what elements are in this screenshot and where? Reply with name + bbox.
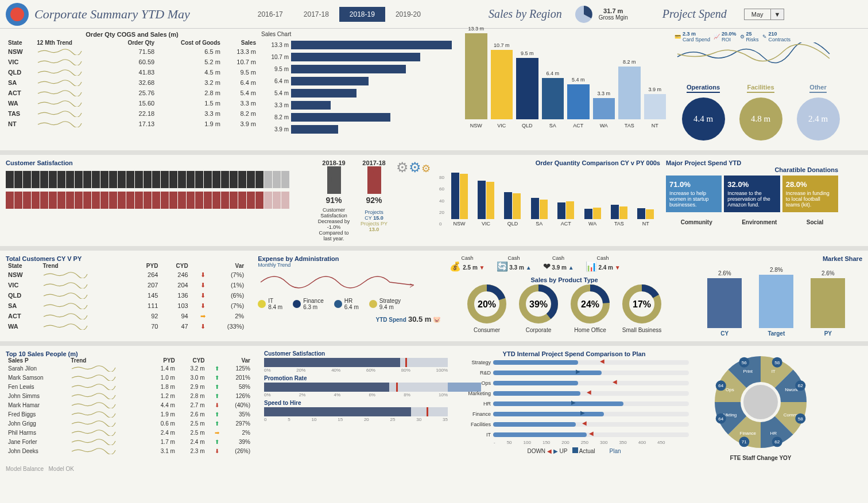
person-icon <box>83 192 91 209</box>
table-row: Mark Samson1.0 m3.0 m⬆201% <box>6 373 253 382</box>
expense-title: Expense by Administration <box>258 255 441 262</box>
svg-text:58: 58 <box>774 360 780 365</box>
year-tab[interactable]: 2019-20 <box>385 7 431 22</box>
person-icon <box>118 192 126 209</box>
expense-sparkline <box>258 268 418 297</box>
donations-panel: Major Project Spend YTD Charatible Donat… <box>666 159 838 225</box>
table-row: NSW71.586.5 m13.3 m <box>6 46 258 57</box>
year-tab[interactable]: 2017-18 <box>293 7 339 22</box>
person-icon <box>83 171 91 188</box>
person-icon <box>178 192 186 209</box>
year-tab-active[interactable]: 2018-19 <box>339 7 385 22</box>
cash-kpi: Cash📊 2.4 m ▼ <box>586 255 621 272</box>
column: 3.3 mWA <box>593 91 615 128</box>
csat-py-pct: 92% <box>366 196 382 205</box>
salespeople-table: Top 10 Sales People (m) Sales P Trend PY… <box>6 350 253 455</box>
person-icon <box>273 171 281 188</box>
year-tab[interactable]: 2016-17 <box>247 7 293 22</box>
column: 10.7 mVIC <box>491 42 513 128</box>
project-plan-chart: YTD Internal Project Spend Comparison to… <box>459 350 689 454</box>
person-icon <box>178 171 186 188</box>
sales-chart-label: Sales Chart <box>261 31 456 37</box>
project-circle: Other2.4 m <box>797 84 840 141</box>
table-row: John Deeks3.1 m2.3 m⬇(26%) <box>6 446 253 455</box>
person-icon <box>264 171 272 188</box>
contracts-kpi: ✎210Contracts <box>762 31 791 42</box>
donation-card: 71.0%Increase to help women in startup b… <box>666 176 722 212</box>
person-icon <box>281 192 289 209</box>
project-circle: Facilities4.8 m <box>739 84 782 141</box>
product-type-panel: Cash💰 2.5 m ▼Cash🔄 3.3 m ▲Cash❤ 3.9 m ▲C… <box>450 255 679 333</box>
person-icon <box>255 192 264 209</box>
page-title: Corporate Summary YTD May <box>34 7 190 22</box>
grouped-column: WA <box>581 167 604 227</box>
gear-chart: IT58Nwork62Comms58HR62Finance71Mkting64O… <box>709 350 812 454</box>
plan-row: Strategy◀ <box>459 357 689 368</box>
project-spend-title: Project Spend <box>662 7 727 21</box>
table-row: QLD145136⬇(6%) <box>6 290 246 301</box>
table-row: Sarah Jilon1.4 m3.2 m⬆125% <box>6 364 253 373</box>
csat-title: Customer Satisfaction <box>6 159 310 166</box>
svg-text:24%: 24% <box>581 299 599 309</box>
orderqty-title: Order Quantity Comparison CY v PY 000s <box>436 159 660 166</box>
ms-bar: 2.6%CY <box>707 270 742 337</box>
sales-hbar-chart: Sales Chart 13.3 m10.7 m9.5 m6.4 m5.4 m3… <box>261 31 456 135</box>
table-row: Jane Forler1.7 m2.4 m⬆39% <box>6 437 253 446</box>
person-icon <box>238 192 246 209</box>
donation-card: 28.0%Increase in funding to local footba… <box>782 176 838 212</box>
donut-chart: 17%Small Business <box>621 283 662 333</box>
column: 5.4 mACT <box>567 77 590 128</box>
person-icon <box>100 171 108 188</box>
table-row: John Grigg0.6 m2.5 m⬆297% <box>6 419 253 428</box>
person-icon <box>126 171 134 188</box>
expense-sub: Monthly Trend <box>258 262 441 268</box>
person-icon <box>212 171 220 188</box>
table-row: Fen Lewis1.8 m2.9 m⬆58% <box>6 382 253 391</box>
person-icon <box>187 192 195 209</box>
hbar-row: 10.7 m <box>261 51 456 63</box>
person-icon <box>221 192 229 209</box>
svg-text:Print: Print <box>743 369 753 374</box>
person-icon <box>23 171 31 188</box>
table-row: SA111103⬇(7%) <box>6 301 246 311</box>
person-icon <box>66 192 74 209</box>
plan-row: Ops◀ <box>459 378 689 388</box>
grouped-column: TAS <box>607 167 630 227</box>
person-icon <box>109 171 117 188</box>
bullet-chart: Promotion Rate0%2%4%6%8%10% <box>264 375 448 397</box>
table-row: Phil Harms2.4 m2.5 m➡2% <box>6 428 253 437</box>
month-selector[interactable]: May ▼ <box>744 9 785 20</box>
column: 8.2 mTAS <box>618 59 641 128</box>
person-icon <box>14 192 22 209</box>
svg-text:62: 62 <box>774 439 780 444</box>
person-icon <box>230 192 238 209</box>
svg-text:56: 56 <box>742 360 747 365</box>
project-spend-panel: 💳2.3 mCard Spend 📈20.0%ROI ⚙25Risks ✎210… <box>675 31 847 141</box>
person-icon <box>152 171 160 188</box>
bullet-chart: Speed to Hire05101520253035 <box>264 400 448 422</box>
person-icon <box>75 192 83 209</box>
table-row: Fred Biggs1.9 m2.6 m⬆35% <box>6 410 253 419</box>
person-icon <box>57 171 65 188</box>
cash-kpi: Cash🔄 3.3 m ▲ <box>497 255 532 272</box>
person-icon <box>118 171 126 188</box>
table-row: VIC207204⬇(1%) <box>6 280 246 290</box>
person-icon <box>161 171 169 188</box>
sparkline-projects <box>675 42 835 65</box>
risks-kpi: ⚙25Risks <box>740 31 759 42</box>
mshare-title: Market Share <box>691 255 862 262</box>
table-row: NSW264246⬇(7%) <box>6 270 246 280</box>
person-icon <box>49 171 57 188</box>
person-icon <box>247 171 255 188</box>
dropdown-icon[interactable]: ▼ <box>770 9 784 20</box>
expense-item: HR6.4 m <box>334 298 359 310</box>
svg-text:71: 71 <box>742 439 747 444</box>
person-icon <box>14 171 22 188</box>
table-row: Mark Hamar4.4 m2.7 m⬇(40%) <box>6 400 253 410</box>
sales-region-column-chart: 13.3 mNSW10.7 mVIC9.5 mQLD6.4 mSA5.4 mAC… <box>462 31 669 146</box>
person-icon <box>212 192 220 209</box>
hbar-row: 5.4 m <box>261 87 456 99</box>
donations-title: Charatible Donations <box>666 166 838 173</box>
year-tabs: 2016-17 2017-18 2018-19 2019-20 <box>247 7 431 22</box>
plan-row: R&D▶ <box>459 368 689 378</box>
